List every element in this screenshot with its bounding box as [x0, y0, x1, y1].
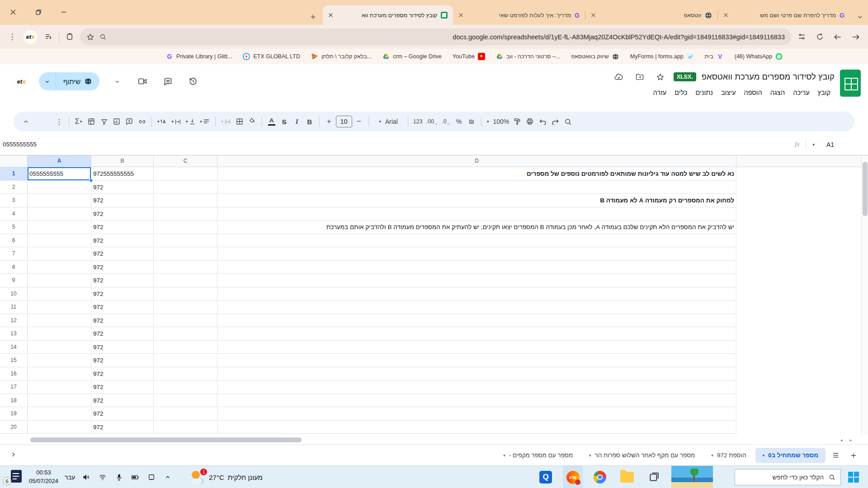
cell-D13[interactable] — [217, 327, 736, 341]
cell-C5[interactable] — [154, 221, 217, 234]
show-hidden-icons-chevron[interactable] — [163, 472, 173, 482]
cell-B14[interactable]: 972 — [91, 341, 154, 354]
video-call-icon[interactable] — [135, 74, 150, 89]
horizontal-scrollbar[interactable]: ◂ ▸ — [0, 435, 868, 445]
cell-A3[interactable] — [28, 194, 91, 207]
row-header-16[interactable]: 16 — [0, 367, 28, 381]
fill-color-button[interactable] — [246, 115, 258, 128]
menu-edit[interactable]: עריכה — [789, 87, 813, 99]
bookmark-star-icon[interactable] — [86, 33, 94, 41]
row-header-5[interactable]: 5 — [0, 221, 28, 234]
menu-file[interactable]: קובץ — [814, 87, 835, 99]
forward-button[interactable] — [830, 29, 845, 45]
cell-B13[interactable]: 972 — [91, 327, 154, 341]
browser-tab[interactable]: G מדריך: איך לעלות לפורמט שאי — [453, 5, 585, 25]
tab-search-chevron-icon[interactable] — [854, 10, 866, 23]
row-header-17[interactable]: 17 — [0, 380, 28, 394]
cell-D4[interactable] — [217, 207, 736, 221]
increase-font-size-button[interactable]: + — [323, 115, 335, 128]
bookmark-item[interactable]: YouTube — [453, 53, 485, 60]
cell-A4[interactable] — [28, 207, 91, 221]
cell-D2[interactable] — [217, 181, 736, 194]
bold-button[interactable]: B — [304, 115, 316, 128]
cell-D19[interactable] — [217, 407, 736, 421]
cell-A13[interactable] — [28, 327, 91, 341]
cell-A8[interactable] — [28, 261, 91, 274]
site-search-icon[interactable] — [99, 33, 107, 41]
etx-app-icon[interactable]: etx — [563, 466, 583, 488]
cell-B17[interactable]: 972 — [91, 380, 154, 394]
tab-close-icon[interactable] — [458, 13, 463, 18]
text-wrapping-button[interactable]: ▾ — [170, 115, 184, 128]
decrease-font-size-button[interactable]: − — [353, 115, 365, 128]
menu-view[interactable]: הצגה — [766, 87, 789, 99]
q-app-icon[interactable]: Q — [536, 466, 556, 488]
cell-B5[interactable]: 972 — [91, 221, 154, 234]
sheet-tab-active[interactable]: מספר שמתחיל ב0 ▾ — [755, 448, 826, 463]
cloud-saved-icon[interactable] — [611, 69, 627, 84]
cell-A10[interactable] — [28, 287, 91, 301]
tablet-mode-icon[interactable] — [146, 472, 156, 482]
bookmark-item[interactable]: בית V — [705, 53, 724, 60]
increase-decimals-button[interactable]: .00→ — [425, 115, 439, 128]
etx-extension-icon[interactable]: etx — [23, 29, 38, 45]
sheet-tab-menu-icon[interactable]: ▾ — [711, 453, 713, 458]
add-sheet-button[interactable] — [845, 447, 862, 464]
redo-icon[interactable] — [549, 115, 561, 128]
window-close-button[interactable] — [6, 5, 20, 19]
cell-C2[interactable] — [154, 181, 217, 194]
scroll-right-button[interactable]: ▸ — [847, 436, 854, 444]
comment-icon[interactable] — [160, 74, 175, 89]
wifi-icon[interactable] — [98, 472, 108, 482]
number-format-button[interactable]: 123 — [412, 115, 424, 128]
cell-D10[interactable] — [217, 287, 736, 301]
vertical-align-button[interactable]: ▾ — [184, 115, 198, 128]
cell-D12[interactable] — [217, 314, 736, 328]
cell-C6[interactable] — [154, 234, 217, 248]
all-sheets-menu-icon[interactable] — [827, 447, 844, 464]
font-size-input[interactable]: 10 — [336, 116, 352, 127]
sheet-tab-menu-icon[interactable]: ▾ — [503, 453, 505, 458]
language-indicator[interactable]: עבר — [65, 474, 75, 481]
cell-C4[interactable] — [154, 207, 217, 221]
cell-D7[interactable] — [217, 247, 736, 261]
menu-insert[interactable]: הוספה — [740, 87, 766, 99]
window-restore-button[interactable] — [32, 5, 45, 19]
insert-chart-icon[interactable] — [111, 115, 123, 128]
cell-A18[interactable] — [28, 394, 91, 408]
back-button[interactable] — [848, 29, 863, 45]
row-header-13[interactable]: 13 — [0, 327, 28, 341]
cell-C12[interactable] — [154, 314, 217, 328]
cell-D8[interactable] — [217, 261, 736, 274]
cell-B19[interactable]: 972 — [91, 407, 154, 421]
cell-C18[interactable] — [154, 394, 217, 408]
tab-close-icon[interactable] — [328, 13, 333, 18]
row-header-4[interactable]: 4 — [0, 207, 28, 221]
move-to-folder-icon[interactable] — [632, 69, 647, 84]
cell-A14[interactable] — [28, 341, 91, 354]
cell-C16[interactable] — [154, 367, 217, 381]
zoom-select[interactable]: ▾100% — [485, 115, 510, 128]
cell-B15[interactable]: 972 — [91, 354, 154, 367]
text-rotation-button[interactable]: ▾ — [156, 115, 169, 128]
star-icon[interactable] — [653, 69, 668, 84]
sheet-tab-menu-icon[interactable]: ▾ — [589, 453, 591, 458]
cell-C11[interactable] — [154, 300, 217, 314]
cell-D9[interactable] — [217, 274, 736, 287]
vertical-scrollbar[interactable] — [861, 155, 868, 435]
microphone-icon[interactable] — [114, 472, 124, 482]
menu-data[interactable]: נתונים — [691, 87, 717, 99]
cell-C8[interactable] — [154, 261, 217, 274]
row-header-3[interactable]: 3 — [0, 194, 28, 207]
cell-B8[interactable]: 972 — [91, 261, 154, 274]
reading-list-icon[interactable] — [41, 29, 56, 45]
cell-A7[interactable] — [28, 247, 91, 261]
row-header-8[interactable]: 8 — [0, 261, 28, 274]
bookmark-item[interactable]: שיווק בוואטסאפ — [571, 53, 619, 60]
chrome-app-icon[interactable] — [590, 466, 610, 488]
windows-start-button[interactable] — [848, 472, 859, 483]
video-call-chevron-icon[interactable] — [109, 74, 125, 89]
menu-tools[interactable]: כלים — [670, 87, 691, 99]
cell-D18[interactable] — [217, 394, 736, 408]
collapse-toolbar-icon[interactable] — [20, 115, 32, 128]
